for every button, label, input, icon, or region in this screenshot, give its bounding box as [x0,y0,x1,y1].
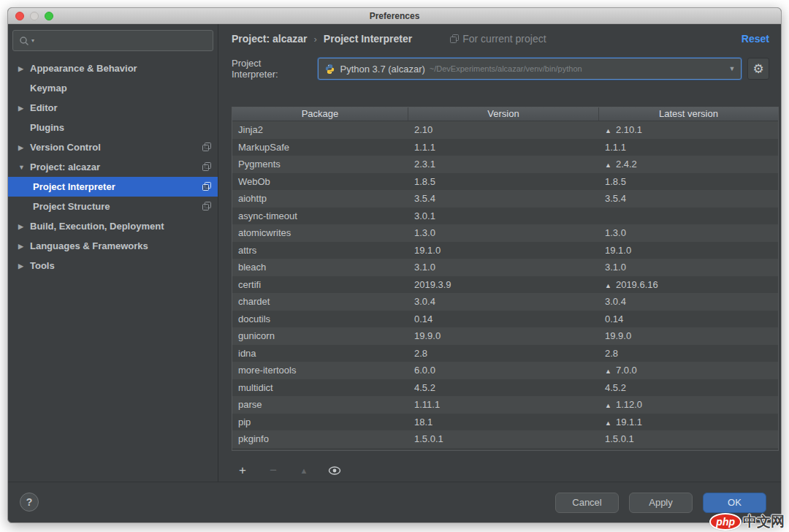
table-row-pip[interactable]: pip18.1▲19.1.1 [232,414,778,431]
chevron-right-icon[interactable]: ▶ [18,144,30,151]
package-name: MarkupSafe [232,142,408,153]
sidebar-item-label: Project Structure [33,201,110,212]
table-row-pluggy[interactable]: pluggy0.9.0▲0.12.0 [232,448,778,452]
package-latest-version: 3.1.0 [599,262,778,273]
project-scope-icon [202,142,211,153]
sidebar-list: ▶Appearance & BehaviorKeymap▶EditorPlugi… [8,58,218,276]
package-name: pip [232,417,408,428]
package-latest-version: ▲1.12.0 [599,399,778,410]
chevron-right-icon[interactable]: ▶ [18,223,30,230]
table-row-aiohttp[interactable]: aiohttp3.5.43.5.4 [232,190,778,208]
table-row-async-timeout[interactable]: async-timeout3.0.1 [232,208,778,225]
ok-button[interactable]: OK [703,493,766,513]
breadcrumb-project[interactable]: Project: alcazar [232,33,308,45]
interpreter-select[interactable]: Python 3.7 (alcazar) ~/DevExperiments/al… [318,58,742,80]
watermark-text: 中文网 [743,512,785,531]
table-row-atomicwrites[interactable]: atomicwrites1.3.01.3.0 [232,224,778,242]
interpreter-row: Project Interpreter: Python 3.7 (alcazar… [232,58,769,80]
chevron-right-icon[interactable]: ▶ [18,262,30,270]
project-scope-icon [202,182,211,193]
sidebar-item-project-structure[interactable]: Project Structure [8,197,218,216]
chevron-right-icon[interactable]: ▶ [18,65,30,72]
package-latest-version: 3.5.4 [599,193,778,204]
chevron-down-icon[interactable]: ▼ [18,164,30,171]
sidebar-item-project-interpreter[interactable]: Project Interpreter [8,177,218,197]
package-version: 3.1.0 [408,262,599,273]
interpreter-label: Project Interpreter: [232,58,309,80]
sidebar-item-build-execution-deployment[interactable]: ▶Build, Execution, Deployment [8,216,218,236]
window-title: Preferences [370,11,420,21]
package-version: 2.8 [408,348,599,359]
sidebar-item-project-alcazar[interactable]: ▼Project: alcazar [8,157,218,177]
breadcrumb-separator-icon: › [314,34,317,45]
table-row-multidict[interactable]: multidict4.5.24.5.2 [232,379,778,397]
column-header-package[interactable]: Package [232,107,408,121]
sidebar-item-label: Project: alcazar [30,162,100,172]
package-latest-version: 2.8 [599,348,778,359]
package-version: 3.0.4 [408,296,599,307]
sidebar-item-appearance-behavior[interactable]: ▶Appearance & Behavior [8,58,218,78]
package-table: Package Version Latest version Jinja22.1… [232,107,779,451]
package-version: 3.5.4 [408,193,599,204]
add-package-button[interactable]: + [235,463,251,479]
table-row-more-itertools[interactable]: more-itertools6.0.0▲7.0.0 [232,362,778,379]
upgrade-arrow-icon: ▲ [605,419,611,427]
package-latest-version: 1.3.0 [599,227,778,238]
sidebar-item-keymap[interactable]: Keymap [8,78,218,98]
package-name: attrs [232,245,408,256]
chevron-right-icon[interactable]: ▶ [18,243,30,250]
interpreter-path: ~/DevExperiments/alcazar/venv/bin/python [430,64,722,73]
gear-icon: ⚙ [753,61,764,77]
project-scope-icon [202,162,211,173]
table-row-parse[interactable]: parse1.11.1▲1.12.0 [232,396,778,414]
package-name: async-timeout [232,210,408,221]
table-row-docutils[interactable]: docutils0.140.14 [232,311,778,328]
package-version: 1.1.1 [408,142,599,153]
table-row-pkginfo[interactable]: pkginfo1.5.0.11.5.0.1 [232,430,778,448]
breadcrumb-page: Project Interpreter [324,33,412,45]
zoom-window-button[interactable] [45,12,53,20]
upgrade-arrow-icon: ▲ [605,127,611,134]
table-row-markupsafe[interactable]: MarkupSafe1.1.11.1.1 [232,139,778,156]
interpreter-settings-button[interactable]: ⚙ [747,58,769,80]
chevron-down-icon: ▼ [725,65,735,72]
package-latest-version: 1.1.1 [599,142,778,153]
chevron-right-icon[interactable]: ▶ [18,104,30,112]
sidebar-item-label: Appearance & Behavior [30,63,137,74]
table-row-webob[interactable]: WebOb1.8.51.8.5 [232,173,778,191]
table-row-gunicorn[interactable]: gunicorn19.9.019.9.0 [232,327,778,345]
table-row-idna[interactable]: idna2.82.8 [232,345,778,362]
table-row-certifi[interactable]: certifi2019.3.9▲2019.6.16 [232,276,778,294]
table-row-jinja2[interactable]: Jinja22.10▲2.10.1 [232,121,778,139]
cancel-button[interactable]: Cancel [555,493,619,513]
package-table-header: Package Version Latest version [232,107,778,121]
sidebar-item-tools[interactable]: ▶Tools [8,256,218,276]
table-row-attrs[interactable]: attrs19.1.019.1.0 [232,242,778,259]
package-latest-version: 0.14 [599,314,778,324]
minimize-window-button[interactable] [30,12,39,20]
package-latest-version: 19.9.0 [599,330,778,341]
help-button[interactable]: ? [20,493,39,512]
table-row-pygments[interactable]: Pygments2.3.1▲2.4.2 [232,156,778,173]
column-header-latest-version[interactable]: Latest version [599,107,778,121]
sidebar-item-version-control[interactable]: ▶Version Control [8,137,218,157]
package-name: more-itertools [232,365,408,376]
table-row-bleach[interactable]: bleach3.1.03.1.0 [232,259,778,276]
sidebar-item-label: Editor [30,102,58,113]
package-name: bleach [232,262,408,273]
package-name: idna [232,348,408,359]
column-header-version[interactable]: Version [408,107,599,121]
settings-search-field[interactable]: ▾ [12,30,213,51]
table-row-chardet[interactable]: chardet3.0.43.0.4 [232,293,778,311]
close-window-button[interactable] [15,12,24,20]
reset-link[interactable]: Reset [742,33,769,45]
sidebar-item-editor[interactable]: ▶Editor [8,98,218,118]
watermark: php 中文网 [709,512,785,531]
sidebar-item-label: Build, Execution, Deployment [30,221,164,232]
sidebar-item-languages-frameworks[interactable]: ▶Languages & Frameworks [8,236,218,256]
package-version: 1.8.5 [408,176,599,187]
package-name: atomicwrites [232,227,408,238]
apply-button[interactable]: Apply [629,493,693,513]
sidebar-item-plugins[interactable]: Plugins [8,118,218,137]
show-early-releases-button[interactable] [327,463,343,479]
